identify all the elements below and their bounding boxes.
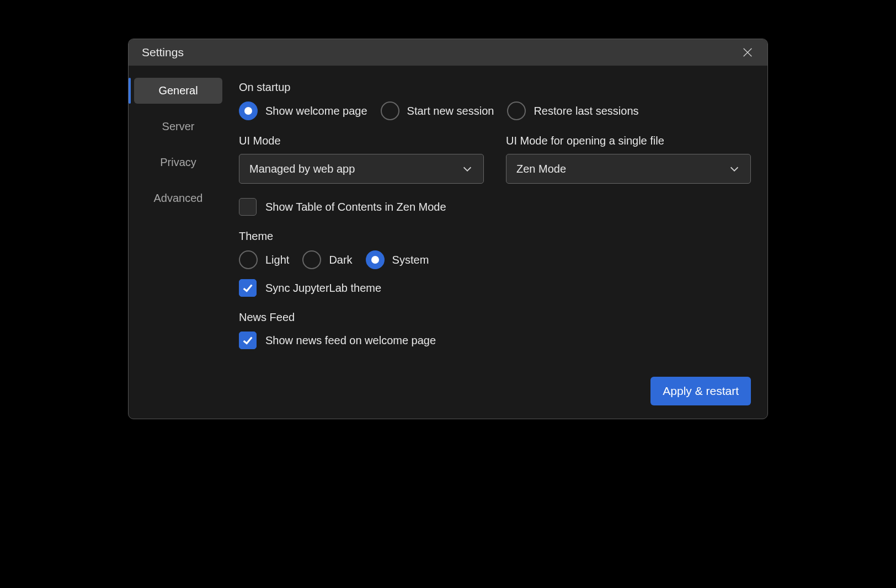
sidebar-item-label: General — [158, 84, 198, 97]
checkbox-icon — [239, 279, 257, 297]
radio-option-restore[interactable]: Restore last sessions — [507, 101, 638, 120]
ui-mode-single-label: UI Mode for opening a single file — [506, 135, 751, 147]
select-value: Managed by web app — [249, 163, 355, 175]
theme-radio-group: Light Dark System — [239, 250, 751, 269]
close-icon[interactable] — [741, 46, 754, 59]
dialog-header: Settings — [129, 39, 767, 66]
radio-option-light[interactable]: Light — [239, 250, 289, 269]
dialog-body: General Server Privacy Advanced On start… — [129, 66, 767, 419]
radio-option-dark[interactable]: Dark — [302, 250, 352, 269]
select-value: Zen Mode — [516, 163, 566, 175]
sidebar-item-label: Advanced — [154, 192, 203, 204]
radio-label: Light — [265, 254, 289, 266]
radio-option-new-session[interactable]: Start new session — [381, 101, 494, 120]
radio-icon — [366, 250, 385, 269]
ui-mode-single-select[interactable]: Zen Mode — [506, 154, 751, 184]
checkbox-label: Show news feed on welcome page — [265, 334, 436, 347]
radio-icon — [239, 101, 258, 120]
toc-checkbox-row[interactable]: Show Table of Contents in Zen Mode — [239, 198, 751, 216]
sidebar-item-privacy[interactable]: Privacy — [134, 149, 222, 175]
radio-option-system[interactable]: System — [366, 250, 429, 269]
sync-theme-checkbox-row[interactable]: Sync JupyterLab theme — [239, 279, 751, 297]
radio-icon — [381, 101, 399, 120]
checkbox-icon — [239, 198, 257, 216]
radio-label: Restore last sessions — [534, 105, 638, 117]
radio-icon — [507, 101, 526, 120]
dialog-title: Settings — [142, 46, 184, 59]
checkbox-label: Sync JupyterLab theme — [265, 282, 381, 295]
radio-label: Dark — [329, 254, 352, 266]
radio-label: System — [392, 254, 429, 266]
sidebar-item-server[interactable]: Server — [134, 114, 222, 140]
sidebar-item-general[interactable]: General — [134, 78, 222, 104]
radio-label: Start new session — [407, 105, 494, 117]
ui-mode-label: UI Mode — [239, 135, 484, 147]
sidebar-item-label: Privacy — [160, 156, 196, 168]
radio-icon — [302, 250, 321, 269]
dialog-footer: Apply & restart — [239, 377, 751, 405]
startup-label: On startup — [239, 81, 751, 94]
chevron-down-icon — [728, 163, 740, 175]
theme-label: Theme — [239, 230, 751, 243]
content: On startup Show welcome page Start new s… — [228, 66, 767, 419]
ui-mode-select[interactable]: Managed by web app — [239, 154, 484, 184]
startup-radio-group: Show welcome page Start new session Rest… — [239, 101, 751, 120]
checkbox-label: Show Table of Contents in Zen Mode — [265, 201, 446, 213]
radio-icon — [239, 250, 258, 269]
sidebar-item-label: Server — [162, 120, 195, 132]
checkbox-icon — [239, 332, 257, 349]
chevron-down-icon — [461, 163, 473, 175]
radio-label: Show welcome page — [265, 105, 367, 117]
radio-option-welcome[interactable]: Show welcome page — [239, 101, 367, 120]
apply-restart-button[interactable]: Apply & restart — [650, 377, 751, 405]
sidebar: General Server Privacy Advanced — [129, 66, 228, 419]
sidebar-item-advanced[interactable]: Advanced — [134, 185, 222, 211]
settings-dialog: Settings General Server Privacy Advanced… — [128, 39, 768, 419]
news-checkbox-row[interactable]: Show news feed on welcome page — [239, 332, 751, 349]
news-label: News Feed — [239, 311, 751, 324]
